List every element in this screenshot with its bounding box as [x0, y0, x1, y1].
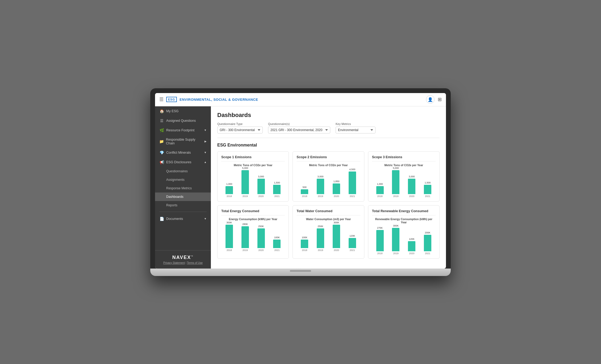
bar-group: 1,0002018: [376, 183, 384, 198]
bar-group: 1,8502020: [333, 180, 340, 198]
sidebar-item-my-esg[interactable]: 🏠 My ESG: [155, 106, 211, 116]
bar-value-label: 250K: [318, 225, 323, 228]
top-bar-right: 👤 ⊞: [426, 95, 442, 104]
bar-group: 300K2019: [392, 224, 399, 255]
key-metrics-select[interactable]: Environmental: [336, 127, 375, 133]
bar-value-label: 300K: [333, 221, 339, 224]
sidebar-sub-label-questionnaires: Questionnaires: [166, 169, 188, 173]
app-title: ENVIRONMENTAL, SOCIAL & GOVERNANCE: [180, 98, 258, 102]
bar-year-label: 2019: [393, 252, 398, 255]
chevron-right-icon: ▶: [204, 140, 207, 143]
privacy-statement-link[interactable]: Privacy Statement: [163, 261, 185, 264]
bar-visual: [257, 228, 265, 248]
sidebar-label-assigned-questions: Assigned Questions: [166, 119, 196, 123]
bar-group: 275K2018: [376, 227, 384, 255]
bar-visual: [301, 240, 308, 248]
chart-card-water: Total Water ConsumedWater Consumption (m…: [293, 205, 364, 259]
bar-visual: [408, 241, 415, 251]
sidebar-divider: [159, 212, 207, 212]
bar-visual: [376, 230, 384, 251]
bar-group: 100K2018: [301, 236, 308, 252]
bar-chart-scope1: 1,00020185,00020193,00020201,5002021: [221, 168, 285, 198]
bar-year-label: 2018: [302, 249, 307, 252]
bar-value-label: 300K: [226, 221, 232, 224]
bar-group: 1,5002021: [273, 181, 281, 198]
hamburger-icon[interactable]: ☰: [159, 97, 164, 102]
bar-value-label: 280K: [242, 223, 248, 225]
bar-group: 100K2021: [273, 236, 281, 252]
grid-apps-icon[interactable]: ⊞: [438, 97, 442, 102]
bar-value-label: 100K: [302, 236, 307, 239]
bar-group: 250K2019: [317, 225, 324, 252]
bar-visual: [349, 238, 356, 248]
bar-value-label: 100K: [274, 236, 280, 239]
bar-visual: [424, 185, 431, 194]
sidebar-item-conflict-minerals[interactable]: 💎 Conflict Minerals ▼: [155, 148, 211, 157]
page-title: Dashboards: [217, 112, 440, 119]
navex-logo: NAVEX™: [159, 255, 207, 260]
sidebar-item-resource-footprint[interactable]: 🌿 Resource Footprint ▼: [155, 125, 211, 135]
section-title: ESG Environmental: [217, 143, 440, 148]
screen: ☰ ESG ENVIRONMENTAL, SOCIAL & GOVERNANCE…: [155, 93, 446, 269]
avatar-button[interactable]: 👤: [426, 95, 435, 104]
bar-group: 300K2018: [226, 221, 233, 252]
sidebar-sub-item-questionnaires[interactable]: Questionnaires: [155, 167, 211, 175]
bar-year-label: 2018: [302, 195, 307, 198]
bar-group: 3,0002020: [257, 175, 265, 198]
bar-value-label: 3,000: [409, 175, 415, 178]
sidebar-item-documents[interactable]: 📄 Documents ▼: [155, 214, 211, 224]
bar-group: 120K2021: [349, 235, 356, 252]
sidebar-sub-item-response-metrics[interactable]: Response Metrics: [155, 184, 211, 193]
bar-group: 5,0002019: [392, 167, 399, 198]
sidebar-item-responsible-supply-chain[interactable]: 📁 Responsible Supply Chain ▶: [155, 135, 211, 148]
bar-year-label: 2019: [243, 195, 248, 198]
bar-visual: [376, 186, 384, 194]
bar-year-label: 2021: [274, 249, 279, 252]
bar-value-label: 120K: [349, 235, 355, 237]
bar-visual: [257, 179, 265, 194]
laptop-base: [150, 269, 451, 276]
diamond-icon: 💎: [159, 150, 164, 155]
bar-year-label: 2018: [227, 195, 232, 198]
bar-year-label: 2018: [377, 252, 383, 255]
sidebar-footer: NAVEX™ Privacy Statement | Terms of Use: [155, 250, 211, 269]
bar-value-label: 5,000: [242, 167, 248, 169]
bar-value-label: 1,500: [274, 181, 280, 184]
bar-value-label: 4,500: [349, 168, 355, 171]
main-layout: 🏠 My ESG ☰ Assigned Questions 🌿 Resource…: [155, 106, 446, 269]
chevron-down-icon-3: ▼: [204, 217, 207, 220]
bar-visual: [273, 185, 281, 194]
chart-subtitle-scope2: Metric Tons of CO2e per Year: [297, 164, 360, 167]
sidebar-sub-item-reports[interactable]: Reports: [155, 201, 211, 210]
bar-value-label: 300K: [393, 224, 399, 227]
bar-visual: [392, 170, 399, 194]
bar-group: 300K2020: [333, 221, 340, 252]
bar-year-label: 2020: [409, 195, 414, 198]
sidebar-item-assigned-questions[interactable]: ☰ Assigned Questions: [155, 116, 211, 125]
terms-of-use-link[interactable]: Terms of Use: [187, 261, 203, 264]
sidebar-sub-item-dashboards[interactable]: Dashboards: [155, 193, 211, 201]
app-title-rest: SOCIAL & GOVERNANCE: [212, 98, 258, 102]
chart-title-renewable: Total Renewable Energy Consumed: [372, 209, 436, 215]
bar-group: 1,5002021: [424, 181, 431, 198]
sidebar-sub-label-assignments: Assignments: [166, 178, 185, 182]
questionnaires-select[interactable]: 2021 GRI - 300 Environmental, 2020: [268, 127, 330, 133]
sidebar-item-esg-disclosures[interactable]: 📢 ESG Disclosures ▲: [155, 157, 211, 167]
bar-value-label: 1,000: [377, 183, 383, 185]
bar-group: 3,0002020: [408, 175, 415, 198]
key-metrics-label: Key Metrics: [336, 122, 375, 125]
questionnaire-type-select[interactable]: GRI - 300 Environmental: [217, 127, 263, 133]
chart-card-scope3: Scope 3 EmissionsMetric Tons of CO2e per…: [368, 151, 440, 202]
bar-visual: [333, 183, 340, 194]
sidebar-sub-label-dashboards: Dashboards: [166, 195, 183, 199]
bar-group: 200K2021: [424, 231, 431, 255]
bar-visual: [301, 189, 308, 194]
questionnaires-label: Questionnaire(s): [268, 122, 330, 125]
bar-visual: [317, 228, 324, 248]
bar-year-label: 2020: [334, 249, 339, 252]
bar-value-label: 3,000: [318, 175, 324, 178]
esg-logo-badge: ESG: [166, 97, 177, 102]
chart-subtitle-water: Water Consumption (m3) per Year: [297, 217, 360, 221]
sidebar-sub-item-assignments[interactable]: Assignments: [155, 175, 211, 184]
sidebar-label-documents: Documents: [166, 217, 183, 221]
